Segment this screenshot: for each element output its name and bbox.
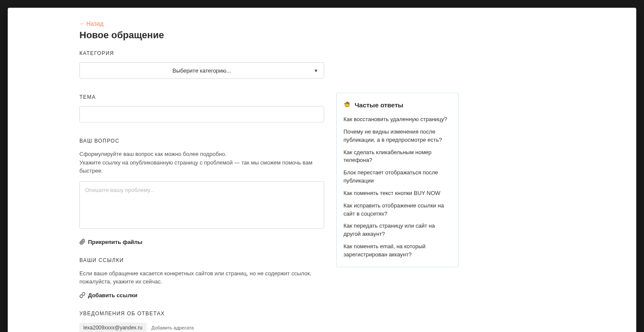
question-label: ВАШ ВОПРОС <box>79 138 324 144</box>
faq-item[interactable]: Блок перестает отображаться после публик… <box>343 169 451 185</box>
faq-item[interactable]: Как поменять текст кнопки BUY NOW <box>343 189 451 198</box>
notify-label: УВЕДОМЛЕНИЯ ОБ ОТВЕТАХ <box>79 311 324 317</box>
page-title: Новое обращение <box>79 30 324 41</box>
category-label: КАТЕГОРИЯ <box>79 50 324 56</box>
faq-item[interactable]: Как поменять email, на который зарегистр… <box>343 243 451 259</box>
links-help: Если ваше обращение касается конкретных … <box>79 269 324 286</box>
question-help-2: Укажите ссылку на опубликованную страниц… <box>79 158 324 175</box>
category-select[interactable]: Выберите категорию... <box>79 62 324 79</box>
faq-item[interactable]: Как исправить отображение ссылки на сайт… <box>343 202 451 218</box>
paperclip-icon <box>79 239 85 245</box>
faq-item[interactable]: Как передать страницу или сайт на другой… <box>343 222 451 238</box>
add-links-button[interactable]: Добавить ссылки <box>79 292 137 298</box>
back-link[interactable]: ← Назад <box>79 20 103 27</box>
link-icon <box>79 292 85 298</box>
question-help-1: Сформулируйте ваш вопрос как можно более… <box>79 150 324 158</box>
faq-item[interactable]: Почему не видны изменения после публикац… <box>343 128 451 144</box>
email-chip[interactable]: lexa2009xxxx@yandex.ru <box>79 323 146 332</box>
links-label: ВАШИ ССЫЛКИ <box>79 257 324 263</box>
faq-panel: Частые ответы Как восстановить удаленную… <box>336 93 459 267</box>
subject-label: ТЕМА <box>79 94 324 100</box>
arrow-left-icon: ← <box>79 20 85 27</box>
faq-title: Частые ответы <box>355 101 403 109</box>
attach-files-label: Прикрепить файлы <box>88 239 143 245</box>
attach-files-button[interactable]: Прикрепить файлы <box>79 239 143 245</box>
question-textarea[interactable] <box>79 181 324 228</box>
faq-list: Как восстановить удаленную страницу? Поч… <box>343 116 451 259</box>
category-select-value: Выберите категорию... <box>173 67 231 74</box>
subject-input[interactable] <box>79 106 324 122</box>
faq-item[interactable]: Как восстановить удаленную страницу? <box>343 116 451 124</box>
add-links-label: Добавить ссылки <box>88 292 137 298</box>
wave-icon <box>343 100 351 110</box>
back-label: Назад <box>86 20 103 27</box>
faq-item[interactable]: Как сделать кликабельным номер телефона? <box>343 149 451 165</box>
add-recipient-link[interactable]: Добавить адресата <box>152 325 194 330</box>
